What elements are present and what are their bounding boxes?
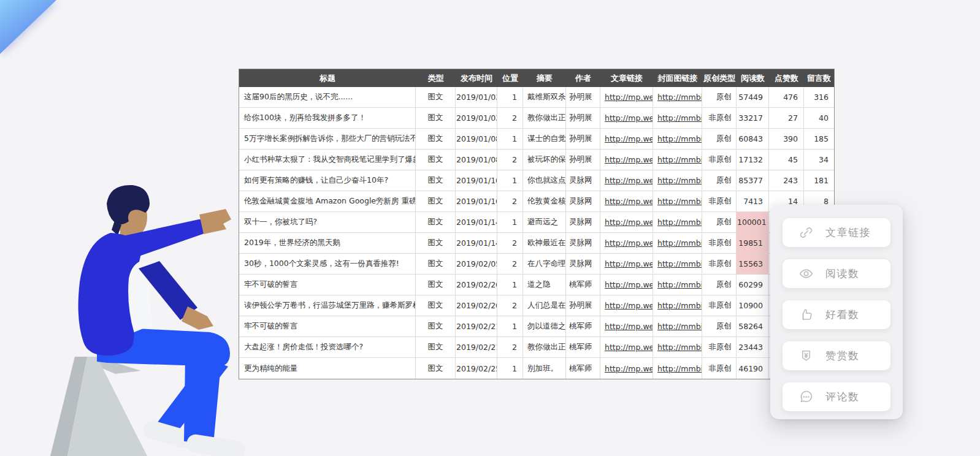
article-link[interactable]: http://mp.weix bbox=[600, 170, 653, 191]
cell-type: 图文 bbox=[416, 316, 456, 337]
cell-reads: 23443 bbox=[737, 337, 769, 358]
menu-item-label: 评论数 bbox=[825, 390, 860, 404]
cell-author: 孙明展 bbox=[566, 295, 600, 316]
table-row: 大盘起涨！房价走低！投资选哪个? 图文 2019/02/21 2 教你做出正确 … bbox=[239, 337, 834, 358]
menu-item-looks-good[interactable]: 好看数 bbox=[783, 300, 890, 329]
article-link[interactable]: http://mp.weix bbox=[600, 358, 653, 379]
cell-original-type: 原创 bbox=[702, 170, 737, 191]
cell-likes: 243 bbox=[769, 170, 804, 191]
cover-image-link[interactable]: http://mmbiz.c bbox=[653, 108, 702, 129]
menu-item-label: 文章链接 bbox=[825, 226, 871, 240]
cover-image-link[interactable]: http://mmbiz.c bbox=[653, 254, 702, 275]
cell-reads: 7413 bbox=[737, 191, 769, 212]
cell-author: 孙明展 bbox=[566, 108, 600, 129]
article-link[interactable]: http://mp.weix bbox=[600, 233, 653, 254]
cell-original-type: 非原创 bbox=[702, 191, 737, 212]
cover-image-link[interactable]: http://mmbiz.c bbox=[653, 129, 702, 150]
cell-likes: 476 bbox=[769, 87, 804, 108]
cell-reads: 10900 bbox=[737, 295, 769, 316]
article-link[interactable]: http://mp.weix bbox=[600, 295, 653, 316]
cell-author: 灵脉网 bbox=[566, 170, 600, 191]
cell-type: 图文 bbox=[416, 150, 456, 170]
cell-original-type: 原创 bbox=[702, 87, 737, 108]
article-link[interactable]: http://mp.weix bbox=[600, 337, 653, 358]
column-options-card: 文章链接 阅读数 好看数 bbox=[770, 205, 903, 419]
cover-image-link[interactable]: http://mmbiz.c bbox=[653, 358, 702, 379]
cell-position: 2 bbox=[497, 233, 523, 254]
cell-title: 小红书种草太狠了：我从交智商税笔记里学到了爆款套路 bbox=[239, 150, 416, 170]
column-header-position: 位置 bbox=[497, 69, 523, 87]
cell-comments: 316 bbox=[804, 87, 834, 108]
table-row: 如何更有策略的赚钱，让自己少奋斗10年? 图文 2019/01/10 1 你也就… bbox=[239, 170, 834, 191]
cell-publish-date: 2019/01/14 bbox=[456, 212, 497, 233]
cover-image-link[interactable]: http://mmbiz.c bbox=[653, 316, 702, 337]
menu-item-comments[interactable]: 评论数 bbox=[783, 382, 890, 411]
menu-item-article-link[interactable]: 文章链接 bbox=[783, 218, 890, 247]
cell-summary: 被玩坏的保险 bbox=[523, 150, 566, 170]
cell-publish-date: 2019/01/08 bbox=[456, 129, 497, 150]
column-header-summary: 摘要 bbox=[523, 69, 566, 87]
cover-image-link[interactable]: http://mmbiz.c bbox=[653, 212, 702, 233]
cell-position: 1 bbox=[497, 358, 523, 379]
table-row: 双十一，你被坑了吗? 图文 2019/01/14 1 避而远之 灵脉网 http… bbox=[239, 212, 834, 233]
cell-title: 30秒，1000个文案灵感，这有一份真香推荐! bbox=[239, 254, 416, 275]
cover-image-link[interactable]: http://mmbiz.c bbox=[653, 337, 702, 358]
comment-icon bbox=[798, 389, 814, 405]
cell-type: 图文 bbox=[416, 129, 456, 150]
yuan-badge-icon bbox=[798, 348, 814, 364]
article-link[interactable]: http://mp.weix bbox=[600, 212, 653, 233]
article-link[interactable]: http://mp.weix bbox=[600, 275, 653, 295]
article-link[interactable]: http://mp.weix bbox=[600, 191, 653, 212]
cover-image-link[interactable]: http://mmbiz.c bbox=[653, 233, 702, 254]
cell-position: 2 bbox=[497, 150, 523, 170]
cell-position: 2 bbox=[497, 295, 523, 316]
article-link[interactable]: http://mp.weix bbox=[600, 87, 653, 108]
article-link[interactable]: http://mp.weix bbox=[600, 108, 653, 129]
cell-summary: 伦敦黄金核心 bbox=[523, 191, 566, 212]
column-header-cover-link: 封面图链接 bbox=[653, 69, 702, 87]
cell-author: 孙明展 bbox=[566, 150, 600, 170]
link-icon bbox=[798, 225, 814, 241]
article-link[interactable]: http://mp.weix bbox=[600, 316, 653, 337]
cover-image-link[interactable]: http://mmbiz.c bbox=[653, 87, 702, 108]
cell-reads: 60299 bbox=[737, 275, 769, 295]
cell-publish-date: 2019/02/20 bbox=[456, 295, 497, 316]
cell-position: 2 bbox=[497, 108, 523, 129]
cell-original-type: 非原创 bbox=[702, 358, 737, 379]
cell-title: 牢不可破的誓言 bbox=[239, 275, 416, 295]
cover-image-link[interactable]: http://mmbiz.c bbox=[653, 150, 702, 170]
article-link[interactable]: http://mp.weix bbox=[600, 150, 653, 170]
menu-item-reads[interactable]: 阅读数 bbox=[783, 259, 890, 288]
cell-summary: 戴维斯双杀 bbox=[523, 87, 566, 108]
cell-author: 桃军师 bbox=[566, 316, 600, 337]
table-row: 这届90后的黑历史，说不完...... 图文 2019/01/03 1 戴维斯双… bbox=[239, 87, 834, 108]
cell-type: 图文 bbox=[416, 108, 456, 129]
column-header-type: 类型 bbox=[416, 69, 456, 87]
corner-triangle-decoration bbox=[0, 0, 74, 67]
cell-summary: 勿以道德之名 bbox=[523, 316, 566, 337]
cell-summary: 别加班。 bbox=[523, 358, 566, 379]
cell-type: 图文 bbox=[416, 233, 456, 254]
column-header-title: 标题 bbox=[239, 69, 416, 87]
cell-title: 双十一，你被坑了吗? bbox=[239, 212, 416, 233]
article-link[interactable]: http://mp.weix bbox=[600, 254, 653, 275]
cell-title: 更为精纯的能量 bbox=[239, 358, 416, 379]
cell-type: 图文 bbox=[416, 212, 456, 233]
cell-reads: 85377 bbox=[737, 170, 769, 191]
menu-item-label: 阅读数 bbox=[825, 267, 860, 281]
cover-image-link[interactable]: http://mmbiz.c bbox=[653, 191, 702, 212]
cell-author: 灵脉网 bbox=[566, 254, 600, 275]
table-body: 这届90后的黑历史，说不完...... 图文 2019/01/03 1 戴维斯双… bbox=[239, 87, 834, 379]
cover-image-link[interactable]: http://mmbiz.c bbox=[653, 170, 702, 191]
article-link[interactable]: http://mp.weix bbox=[600, 129, 653, 150]
table-row: 牢不可破的誓言 图文 2019/02/20 1 道之隐 桃军师 http://m… bbox=[239, 275, 834, 295]
cell-publish-date: 2019/02/25 bbox=[456, 358, 497, 379]
cell-publish-date: 2019/02/21 bbox=[456, 316, 497, 337]
table-row: 更为精纯的能量 图文 2019/02/25 1 别加班。 桃军师 http://… bbox=[239, 358, 834, 379]
menu-item-label: 赞赏数 bbox=[825, 349, 860, 363]
cover-image-link[interactable]: http://mmbiz.c bbox=[653, 295, 702, 316]
cell-original-type: 原创 bbox=[702, 275, 737, 295]
cover-image-link[interactable]: http://mmbiz.c bbox=[653, 275, 702, 295]
cell-reads: 60843 bbox=[737, 129, 769, 150]
menu-item-rewards[interactable]: 赞赏数 bbox=[783, 341, 890, 370]
